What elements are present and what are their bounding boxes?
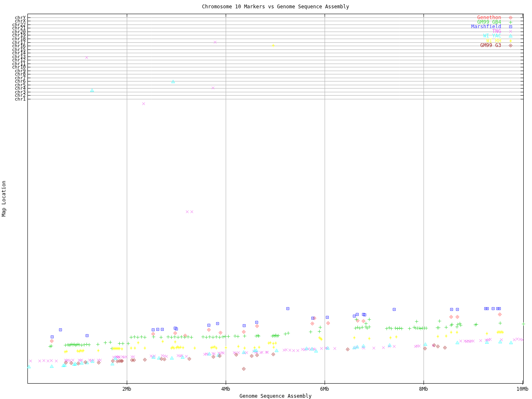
x-tick-label-4Mb: 4Mb (209, 387, 242, 392)
y-tick-label-chr1: chr1 (0, 97, 26, 101)
x-tick-label-2Mb: 2Mb (110, 387, 143, 392)
legend-label-gm99-g3: GM99 G3 (377, 43, 501, 48)
chromosome-marker-chart: Chromosome 10 Markers vs Genome Sequence… (0, 0, 532, 399)
y-axis-title: Map Location (1, 157, 7, 240)
x-tick-label-8Mb: 8Mb (407, 387, 440, 392)
legend-label-wi-yac: WI YAC (377, 33, 501, 38)
x-tick-label-6Mb: 6Mb (308, 387, 341, 392)
chart-title: Chromosome 10 Markers vs Genome Sequence… (42, 4, 510, 10)
x-tick-label-10Mb: 10Mb (506, 387, 532, 392)
plot-area (0, 0, 532, 399)
x-axis-title: Genome Sequence Assembly (42, 393, 510, 399)
